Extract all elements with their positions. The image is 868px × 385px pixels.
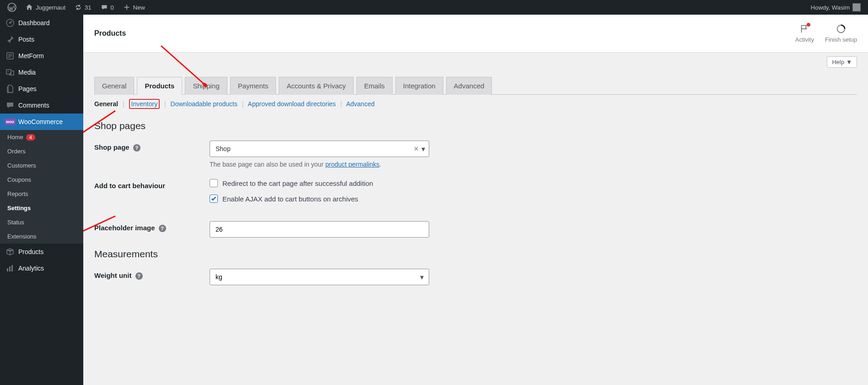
shop-page-help: The base page can also be used in your p… — [210, 161, 429, 168]
comment-icon — [5, 101, 15, 110]
site-home-link[interactable]: Juggernaut — [22, 0, 69, 15]
submenu-item-coupons[interactable]: Coupons — [0, 173, 83, 187]
submenu-item-reports[interactable]: Reports — [0, 187, 83, 201]
sidebar-item-comments[interactable]: Comments — [0, 97, 83, 114]
tab-products[interactable]: Products — [137, 77, 182, 95]
plus-icon — [123, 4, 130, 11]
shop-page-select[interactable]: Shop × ▾ — [210, 141, 429, 157]
avatar — [852, 3, 861, 11]
sidebar-item-label: MetForm — [18, 52, 44, 60]
tab-advanced[interactable]: Advanced — [446, 77, 492, 95]
help-tooltip-icon[interactable]: ? — [135, 272, 143, 280]
tab-accounts-privacy[interactable]: Accounts & Privacy — [279, 77, 353, 95]
bars-icon — [5, 264, 15, 273]
sidebar-item-pages[interactable]: Pages — [0, 81, 83, 97]
placeholder-image-label: Placeholder image ? — [94, 221, 210, 232]
submenu-label: Coupons — [7, 176, 31, 183]
refresh-icon — [75, 4, 82, 11]
updates-count: 31 — [85, 4, 91, 11]
submenu-item-customers[interactable]: Customers — [0, 158, 83, 173]
sidebar-item-analytics[interactable]: Analytics — [0, 260, 83, 277]
sidebar-item-label: WooCommerce — [18, 118, 63, 125]
products-subtabs: General | Inventory | Downloadable produ… — [83, 95, 868, 113]
submenu-item-extensions[interactable]: Extensions — [0, 229, 83, 244]
finish-setup-button[interactable]: Finish setup — [825, 24, 857, 43]
submenu-label: Settings — [7, 205, 31, 211]
svg-point-4 — [8, 71, 9, 72]
sidebar-item-label: Comments — [18, 102, 49, 109]
site-name: Juggernaut — [36, 4, 65, 11]
subtab-advanced[interactable]: Advanced — [346, 100, 374, 108]
greeting: Howdy, Wasim — [811, 4, 850, 11]
wp-logo[interactable] — [4, 0, 20, 15]
content-area: Products Activity Finish setup — [83, 15, 868, 385]
submenu-label: Reports — [7, 190, 28, 197]
notification-dot — [807, 23, 810, 27]
permalinks-link[interactable]: product permalinks — [325, 161, 379, 168]
admin-bar: Juggernaut 31 0 New Howdy, Wasim — [0, 0, 868, 15]
settings-tabs: General Products Shipping Payments Accou… — [94, 77, 857, 95]
sidebar-item-label: Pages — [18, 85, 37, 92]
svg-point-2 — [9, 22, 11, 24]
help-tooltip-icon[interactable]: ? — [159, 225, 166, 232]
help-label: Help — [832, 59, 844, 65]
shop-page-label: Shop page ? — [94, 141, 210, 152]
sidebar-item-woocommerce[interactable]: woo WooCommerce — [0, 114, 83, 130]
page-title: Products — [94, 29, 126, 38]
sidebar-item-posts[interactable]: Posts — [0, 31, 83, 48]
help-tooltip-icon[interactable]: ? — [133, 144, 140, 152]
pin-icon — [5, 35, 15, 44]
tab-integration[interactable]: Integration — [395, 77, 443, 95]
subtab-inventory[interactable]: Inventory — [129, 99, 160, 109]
cart-behaviour-label: Add to cart behaviour — [94, 179, 210, 190]
sidebar-item-label: Dashboard — [18, 19, 50, 27]
admin-sidebar: Dashboard Posts MetForm Media Pages Comm… — [0, 15, 83, 385]
submenu-label: Orders — [7, 148, 26, 155]
tab-general[interactable]: General — [94, 77, 134, 95]
new-label: New — [133, 4, 145, 11]
ajax-cart-checkbox[interactable] — [210, 195, 218, 203]
comments-count: 0 — [111, 4, 114, 11]
sidebar-item-products[interactable]: Products — [0, 244, 83, 260]
placeholder-image-input[interactable] — [210, 221, 429, 238]
sidebar-item-metform[interactable]: MetForm — [0, 48, 83, 64]
tab-emails[interactable]: Emails — [356, 77, 393, 95]
section-title-shop-pages: Shop pages — [94, 120, 857, 131]
submenu-label: Extensions — [7, 233, 37, 240]
weight-unit-select[interactable]: kg — [210, 269, 429, 285]
tab-payments[interactable]: Payments — [230, 77, 276, 95]
sidebar-item-label: Posts — [18, 36, 34, 43]
sidebar-item-label: Media — [18, 69, 36, 76]
form-icon — [5, 51, 15, 60]
updates-link[interactable]: 31 — [71, 0, 95, 15]
submenu-label: Home — [7, 134, 23, 141]
submenu-item-home[interactable]: Home 4 — [0, 130, 83, 144]
sidebar-item-dashboard[interactable]: Dashboard — [0, 15, 83, 31]
chevron-down-icon: ▼ — [846, 59, 852, 65]
redirect-cart-label: Redirect to the cart page after successf… — [222, 179, 373, 187]
sidebar-item-media[interactable]: Media — [0, 64, 83, 81]
sidebar-item-label: Analytics — [18, 265, 44, 272]
subtab-general[interactable]: General — [94, 100, 118, 108]
submenu-item-orders[interactable]: Orders — [0, 144, 83, 158]
page-header: Products Activity Finish setup — [83, 15, 868, 53]
new-link[interactable]: New — [119, 0, 149, 15]
tab-shipping[interactable]: Shipping — [185, 77, 227, 95]
ajax-cart-label: Enable AJAX add to cart buttons on archi… — [222, 195, 358, 203]
submenu-item-status[interactable]: Status — [0, 215, 83, 229]
help-tab[interactable]: Help ▼ — [827, 56, 857, 68]
clear-icon[interactable]: × — [414, 144, 419, 154]
submenu-item-settings[interactable]: Settings — [0, 201, 83, 215]
subtab-downloadable[interactable]: Downloadable products — [171, 100, 237, 108]
pages-icon — [5, 84, 15, 93]
admin-bar-account[interactable]: Howdy, Wasim — [811, 3, 864, 11]
activity-button[interactable]: Activity — [795, 24, 814, 43]
comments-link[interactable]: 0 — [97, 0, 118, 15]
shop-page-value: Shop — [216, 145, 414, 152]
chevron-down-icon: ▾ — [421, 145, 425, 153]
svg-rect-6 — [9, 266, 11, 271]
redirect-cart-checkbox[interactable] — [210, 179, 218, 187]
box-icon — [5, 247, 15, 256]
subtab-approved-dirs[interactable]: Approved download directories — [248, 100, 336, 108]
finish-setup-label: Finish setup — [825, 36, 857, 43]
